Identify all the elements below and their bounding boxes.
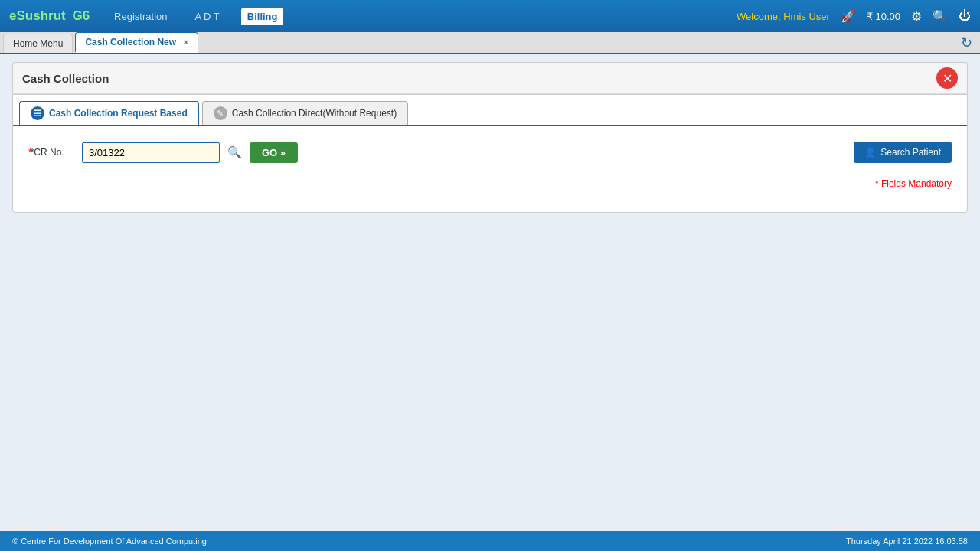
brand-name: eSushrut [9, 8, 66, 23]
search-patient-button[interactable]: 👤 Search Patient [854, 142, 952, 163]
nav-registration[interactable]: Registration [108, 8, 173, 25]
cr-no-label: **CR No. [28, 147, 74, 158]
top-navbar: eSushrut G6 Registration A D T Billing W… [0, 0, 980, 32]
footer: © Centre For Development Of Advanced Com… [0, 531, 980, 551]
go-button[interactable]: GO » [250, 142, 298, 163]
main-card: ☰ Cash Collection Request Based ✎ Cash C… [12, 94, 968, 213]
close-button[interactable]: ✕ [936, 67, 958, 89]
main-area: Cash Collection ✕ ☰ Cash Collection Requ… [0, 54, 980, 531]
cr-search-icon-btn[interactable]: 🔍 [227, 145, 242, 159]
sub-tab-request-based-label: Cash Collection Request Based [49, 108, 188, 119]
form-area: **CR No. 🔍 GO » 👤 Search Patient * Field… [13, 126, 967, 212]
sub-tabs: ☰ Cash Collection Request Based ✎ Cash C… [13, 95, 967, 126]
mandatory-note: * Fields Mandatory [28, 178, 952, 189]
nav-links: Registration A D T Billing [108, 8, 283, 25]
nav-billing[interactable]: Billing [241, 8, 284, 25]
direct-icon: ✎ [214, 106, 227, 120]
tab-close-icon[interactable]: × [183, 37, 188, 47]
tabs-container: Home Menu Cash Collection New × [0, 32, 953, 53]
search-icon[interactable]: 🔍 [933, 9, 948, 24]
welcome-text: Welcome, Hmis User [737, 11, 830, 22]
settings-icon[interactable]: ⚙ [911, 9, 922, 24]
page-title: Cash Collection [22, 72, 109, 85]
mandatory-star: * [875, 178, 879, 189]
refresh-icon[interactable]: ↻ [953, 34, 980, 51]
cr-no-input[interactable] [82, 142, 220, 163]
sub-tab-direct[interactable]: ✎ Cash Collection Direct(Without Request… [202, 101, 408, 125]
tab-cash-collection-new[interactable]: Cash Collection New × [75, 32, 198, 53]
sub-tab-request-based[interactable]: ☰ Cash Collection Request Based [19, 101, 199, 125]
brand-version: G6 [72, 8, 90, 23]
power-icon[interactable]: ⏻ [959, 9, 971, 23]
page-title-bar: Cash Collection ✕ [12, 62, 968, 94]
close-icon: ✕ [942, 71, 952, 86]
tab-home-menu[interactable]: Home Menu [3, 34, 73, 53]
nav-adt[interactable]: A D T [188, 8, 225, 25]
request-based-icon: ☰ [31, 106, 44, 120]
search-small-icon: 🔍 [227, 145, 242, 158]
balance-display: ₹ 10.00 [867, 11, 900, 22]
rocket-icon: 🚀 [841, 9, 856, 24]
footer-datetime: Thursday April 21 2022 16:03:58 [846, 536, 968, 546]
brand-logo: eSushrut G6 [9, 8, 90, 24]
navbar-left: eSushrut G6 Registration A D T Billing [9, 8, 283, 25]
navbar-right: Welcome, Hmis User 🚀 ₹ 10.00 ⚙ 🔍 ⏻ [737, 9, 971, 24]
person-icon: 👤 [864, 147, 876, 158]
footer-copyright: © Centre For Development Of Advanced Com… [12, 536, 207, 546]
tab-bar: Home Menu Cash Collection New × ↻ [0, 32, 980, 54]
sub-tab-direct-label: Cash Collection Direct(Without Request) [232, 108, 397, 119]
cr-no-row: **CR No. 🔍 GO » 👤 Search Patient [28, 142, 952, 163]
